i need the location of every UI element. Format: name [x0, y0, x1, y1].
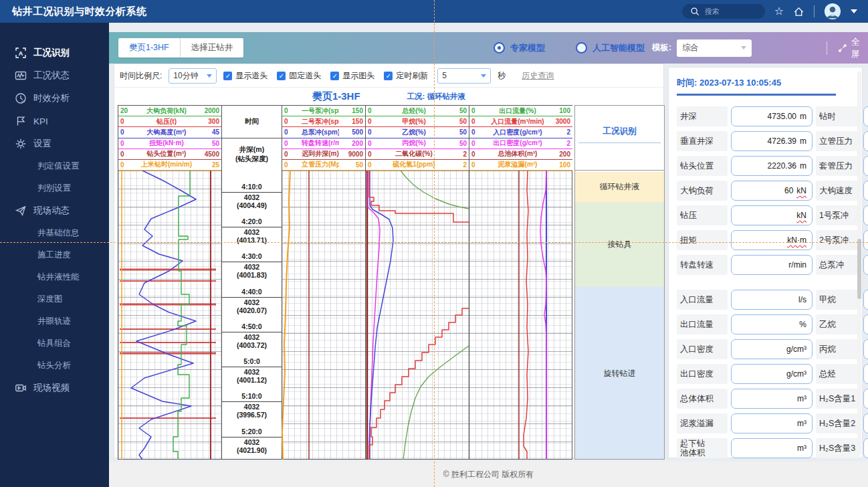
avatar[interactable]	[824, 3, 841, 20]
bit-depth-value: (3996.57)	[222, 411, 282, 419]
checkbox-label: 固定道头	[289, 70, 321, 82]
sidebar-item-井基础信息[interactable]: 井基础信息	[0, 222, 109, 244]
sidebar-item-工况状态[interactable]: 工况状态	[0, 64, 109, 87]
time-tick: 4:30:0	[222, 252, 282, 262]
sidebar-item-判别设置[interactable]: 判别设置	[0, 177, 109, 199]
sidebar-item-现场动态[interactable]: 现场动态	[0, 199, 109, 222]
scale-min: 0	[284, 128, 302, 136]
track-header-3: 0总烃(%)500甲烷(%)500乙烷(%)500丙烷(%)500二氧化碳(%)…	[365, 105, 469, 171]
scale-max: 2	[546, 128, 570, 136]
scrollbar-thumb[interactable]	[857, 239, 861, 299]
param-input-立管压力[interactable]: MPa	[863, 131, 868, 151]
checkbox-固定道头[interactable]: ✓固定道头	[277, 70, 321, 82]
time-tick: 5:20:0	[222, 427, 282, 437]
param-input-泥浆溢漏[interactable]: m³	[731, 413, 812, 433]
time-tick: 5:0:0	[222, 357, 282, 367]
bit-depth-value: (4013.71)	[222, 236, 282, 244]
checkbox-显示道头[interactable]: ✓显示道头	[223, 70, 267, 82]
header-underline	[578, 142, 660, 143]
scale-max: 4500	[195, 151, 219, 158]
sidebar-item-工况识别[interactable]: A工况识别	[0, 41, 109, 64]
param-input-出口密度[interactable]: g/cm³	[731, 364, 812, 384]
param-input-套管压力[interactable]: MPa	[863, 156, 868, 176]
condition-zone-循环钻井液: 循环钻井液	[575, 172, 664, 202]
param-input-垂直井深[interactable]: 4726.39m	[731, 131, 812, 151]
radio-专家模型[interactable]: 专家模型	[494, 42, 545, 54]
param-input-转盘转速[interactable]: r/min	[731, 255, 812, 275]
refresh-interval-value: 5	[442, 71, 447, 80]
sidebar-item-判定值设置[interactable]: 判定值设置	[0, 155, 109, 177]
refresh-interval-select[interactable]: 5	[437, 68, 491, 84]
param-input-大钩负荷[interactable]: 60kN	[731, 181, 812, 201]
time-tick: 4:40:0	[222, 288, 282, 298]
template-select[interactable]: 综合	[677, 39, 752, 57]
checkbox-checked-icon: ✓	[384, 72, 393, 80]
param-input-H₂S含量2[interactable]: %	[863, 413, 868, 433]
toolbar: 樊页1-3HF选择正钻井 专家模型人工智能模型 模板: 综合 全屏	[109, 32, 868, 64]
checkbox-定时刷新[interactable]: ✓定时刷新	[384, 70, 428, 82]
track-header-row: 0一号泵冲(spm)150	[282, 106, 365, 116]
param-label-总烃: 总烃	[816, 364, 860, 384]
checkbox-label: 定时刷新	[396, 70, 428, 82]
checkbox-显示图头[interactable]: ✓显示图头	[330, 70, 374, 82]
history-query-link[interactable]: 历史查询	[522, 70, 554, 82]
scale-min: 0	[471, 140, 489, 147]
home-icon[interactable]	[793, 6, 804, 17]
param-input-甲烷[interactable]: %	[863, 290, 868, 310]
param-input-钻时[interactable]: min/m	[863, 106, 868, 126]
curve-label: 二号泵冲(spm)	[302, 117, 339, 126]
scale-max: 50	[443, 140, 467, 147]
search-box[interactable]	[682, 4, 765, 19]
param-input-总烃[interactable]: %	[863, 364, 868, 384]
flag-icon	[15, 115, 27, 127]
param-label-2号泵冲: 2号泵冲	[816, 230, 860, 250]
param-input-H₂S含量1[interactable]: %	[863, 389, 868, 409]
star-icon[interactable]: ☆	[774, 6, 784, 17]
fullscreen-button[interactable]: 全屏	[838, 32, 868, 64]
chevron-down-icon	[741, 46, 746, 50]
caret-down-icon[interactable]	[851, 9, 857, 13]
sidebar-item-label: 井基础信息	[37, 227, 80, 239]
sidebar-item-施工进度[interactable]: 施工进度	[0, 244, 109, 266]
sidebar-item-现场视频[interactable]: 现场视频	[0, 377, 109, 399]
param-input-大钩速度[interactable]: m/s	[863, 181, 868, 201]
clock-icon	[15, 92, 27, 104]
sidebar-item-设置[interactable]: 设置	[0, 132, 109, 155]
param-input-入口密度[interactable]: g/cm³	[731, 339, 812, 359]
time-scale-select[interactable]: 10分钟	[169, 68, 217, 84]
sidebar-item-钻井液性能[interactable]: 钻井液性能	[0, 266, 109, 288]
sidebar-item-井眼轨迹[interactable]: 井眼轨迹	[0, 310, 109, 332]
curve-label: 大钩负荷(kN)	[138, 106, 195, 116]
param-input-总泵冲[interactable]: st/min	[863, 255, 868, 275]
track-header-row: 20大钩负荷(kN)2000	[118, 106, 221, 116]
sidebar-item-时效分析[interactable]: 时效分析	[0, 87, 109, 110]
radio-人工智能模型[interactable]: 人工智能模型	[576, 42, 645, 54]
param-input-扭矩[interactable]: kN·m	[731, 230, 812, 250]
bit-depth-value: (4001.83)	[222, 271, 282, 279]
sidebar-item-KPI[interactable]: KPI	[0, 110, 109, 132]
param-input-2号泵冲[interactable]: st/min	[863, 230, 868, 250]
param-input-H₂S含量3[interactable]: %	[863, 438, 868, 458]
param-input-钻头位置[interactable]: 2220.36m	[731, 156, 812, 176]
sidebar-item-label: 设置	[33, 138, 51, 150]
footer: © 胜利工程公司 版权所有	[109, 462, 868, 487]
param-input-1号泵冲[interactable]: 22st/min	[863, 205, 868, 225]
param-input-起下钻池体积[interactable]: m³	[731, 438, 812, 458]
sidebar-item-钻具组合[interactable]: 钻具组合	[0, 332, 109, 355]
search-input[interactable]	[703, 7, 753, 16]
param-label-垂直井深: 垂直井深	[677, 131, 728, 151]
scrollbar[interactable]	[857, 72, 861, 454]
scale-max: 45	[195, 128, 219, 136]
param-input-入口流量[interactable]: l/s	[731, 290, 812, 310]
param-input-井深[interactable]: 4735.00m	[731, 106, 812, 126]
sidebar-item-钻头分析[interactable]: 钻头分析	[0, 355, 109, 377]
param-input-总体体积[interactable]: m³	[731, 389, 812, 409]
tab-选择正钻井[interactable]: 选择正钻井	[181, 38, 244, 58]
param-input-丙烷[interactable]: %	[863, 339, 868, 359]
param-input-出口流量[interactable]: %	[731, 314, 812, 334]
scale-max: 2	[546, 140, 570, 147]
param-input-乙烷[interactable]: %	[863, 314, 868, 334]
tab-樊页1-3HF[interactable]: 樊页1-3HF	[118, 38, 181, 58]
sidebar-item-深度图[interactable]: 深度图	[0, 288, 109, 310]
param-input-钻压[interactable]: kN	[731, 205, 812, 225]
